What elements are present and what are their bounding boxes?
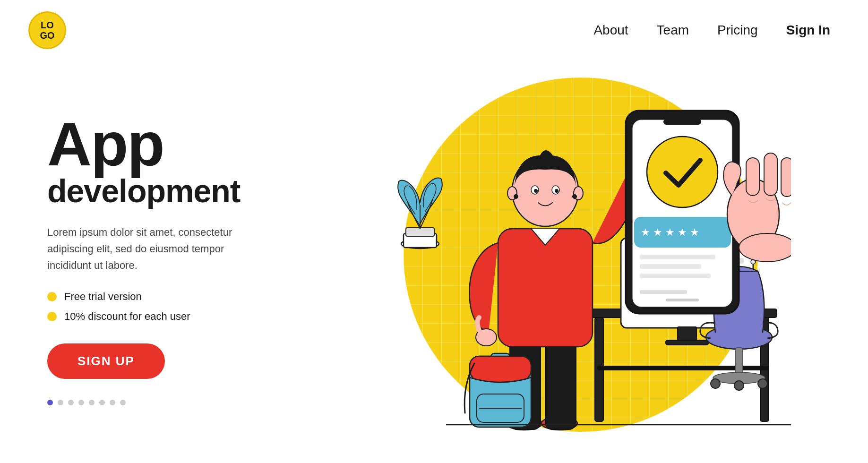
- svg-point-33: [534, 189, 538, 193]
- hero-svg: ★ ★ ★ ★ ★: [342, 59, 791, 451]
- svg-rect-52: [640, 274, 711, 278]
- svg-rect-2: [406, 228, 434, 236]
- features-list: Free trial version 10% discount for each…: [47, 291, 265, 323]
- hero-left: App development Lorem ipsum dolor sit am…: [0, 104, 265, 406]
- svg-point-34: [555, 189, 559, 193]
- phone-illustration: ★ ★ ★ ★ ★: [626, 111, 791, 314]
- svg-point-23: [758, 379, 767, 388]
- svg-text:★ ★ ★ ★ ★: ★ ★ ★ ★ ★: [641, 226, 699, 238]
- svg-point-47: [647, 137, 718, 207]
- svg-point-22: [734, 381, 744, 390]
- feature-label-1: Free trial version: [64, 291, 142, 303]
- svg-rect-54: [666, 299, 699, 301]
- svg-point-21: [711, 379, 720, 388]
- plant-illustration: [398, 178, 442, 249]
- svg-rect-27: [545, 337, 576, 429]
- main-nav: About Team Pricing Sign In: [593, 23, 830, 38]
- pagination: [47, 400, 265, 405]
- svg-rect-57: [764, 153, 777, 196]
- dot-8[interactable]: [120, 400, 126, 405]
- svg-rect-14: [678, 327, 696, 341]
- dot-4[interactable]: [78, 400, 84, 405]
- svg-rect-53: [640, 290, 687, 294]
- svg-rect-19: [735, 348, 743, 376]
- nav-signin[interactable]: Sign In: [786, 23, 830, 38]
- svg-rect-58: [781, 158, 791, 197]
- dot-6[interactable]: [99, 400, 105, 405]
- dot-2[interactable]: [58, 400, 63, 405]
- dot-7[interactable]: [110, 400, 115, 405]
- svg-point-60: [739, 233, 791, 262]
- backpack-illustration: [464, 353, 531, 427]
- logo[interactable]: LO GO: [28, 11, 66, 49]
- nav-team[interactable]: Team: [657, 23, 689, 38]
- feature-item-2: 10% discount for each user: [47, 310, 265, 323]
- svg-point-37: [514, 194, 518, 199]
- svg-rect-46: [663, 119, 701, 125]
- svg-rect-28: [498, 229, 593, 347]
- svg-rect-56: [746, 158, 759, 196]
- svg-point-38: [572, 194, 577, 199]
- dot-5[interactable]: [89, 400, 95, 405]
- signup-button[interactable]: SIGN UP: [47, 343, 165, 379]
- hero-title-app: App: [47, 113, 265, 175]
- hero-title-development: development: [47, 175, 265, 207]
- hero-illustration: ★ ★ ★ ★ ★: [265, 49, 868, 460]
- nav-pricing[interactable]: Pricing: [717, 23, 758, 38]
- feature-item-1: Free trial version: [47, 291, 265, 303]
- dot-1[interactable]: [47, 400, 53, 405]
- svg-rect-51: [640, 264, 701, 269]
- feature-label-2: 10% discount for each user: [64, 310, 190, 323]
- hero-description: Lorem ipsum dolor sit amet, consectetur …: [47, 224, 246, 274]
- dot-3[interactable]: [68, 400, 74, 405]
- svg-rect-50: [640, 255, 715, 259]
- nav-about[interactable]: About: [593, 23, 628, 38]
- bullet-icon-2: [47, 312, 57, 321]
- bullet-icon-1: [47, 292, 57, 301]
- svg-rect-15: [666, 340, 708, 345]
- svg-rect-43: [470, 356, 531, 380]
